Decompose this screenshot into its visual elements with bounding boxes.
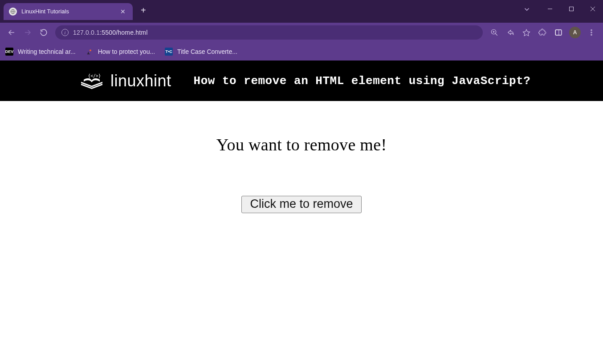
bookmarks-bar: DEV Writing technical ar... How to prote…	[0, 42, 603, 61]
address-bar: i 127.0.0.1:5500/home.html A	[0, 23, 603, 42]
heading-text: You want to remove me!	[0, 135, 603, 154]
share-icon[interactable]	[503, 25, 517, 40]
brand-name: linuxhint	[110, 72, 171, 90]
site-info-icon[interactable]: i	[61, 29, 69, 36]
svg-rect-14	[555, 30, 562, 35]
page-content: You want to remove me! Click me to remov…	[0, 101, 603, 213]
svg-text:{</>}: {</>}	[88, 73, 101, 78]
active-tab[interactable]: LinuxHint Tutorials ✕	[4, 3, 133, 20]
omnibox[interactable]: i 127.0.0.1:5500/home.html	[55, 25, 483, 40]
bookmark-label: Title Case Converte...	[177, 48, 237, 55]
svg-rect-4	[570, 7, 574, 11]
bookmark-star-icon[interactable]	[519, 25, 534, 40]
tab-search-icon[interactable]	[523, 5, 531, 15]
bookmark-item[interactable]: T•C Title Case Converte...	[165, 48, 237, 56]
bookmark-item[interactable]: DEV Writing technical ar...	[5, 48, 76, 56]
extensions-icon[interactable]	[535, 25, 550, 40]
svg-rect-15	[559, 30, 562, 35]
back-button[interactable]	[4, 25, 19, 40]
svg-line-10	[495, 33, 497, 36]
page-banner: {</>} linuxhint How to remove an HTML el…	[0, 61, 603, 101]
svg-point-17	[591, 32, 592, 33]
profile-avatar[interactable]: A	[569, 27, 581, 38]
window-controls	[523, 0, 603, 23]
forward-button[interactable]	[20, 25, 35, 40]
bookmark-label: Writing technical ar...	[18, 48, 76, 55]
close-window-button[interactable]	[583, 2, 603, 16]
book-icon: {</>}	[78, 70, 105, 92]
side-panel-icon[interactable]	[551, 25, 566, 40]
close-tab-button[interactable]: ✕	[118, 7, 127, 16]
globe-icon	[9, 8, 17, 16]
browser-title-bar: LinuxHint Tutorials ✕ +	[0, 0, 603, 23]
svg-point-18	[591, 34, 592, 35]
banner-title: How to remove an HTML element using Java…	[194, 74, 531, 88]
zoom-icon[interactable]	[487, 25, 501, 40]
maximize-button[interactable]	[561, 2, 582, 16]
site-logo: {</>} linuxhint	[78, 70, 171, 92]
tab-title: LinuxHint Tutorials	[21, 8, 114, 15]
url-host: 127.0.0.1	[73, 29, 100, 36]
new-tab-button[interactable]: +	[134, 6, 152, 15]
svg-point-21	[90, 49, 91, 51]
bookmark-label: How to protect you...	[98, 48, 155, 55]
dev-icon: DEV	[5, 48, 13, 56]
bookmark-item[interactable]: How to protect you...	[86, 48, 155, 56]
minimize-button[interactable]	[540, 2, 560, 16]
url-display: 127.0.0.1:5500/home.html	[73, 29, 147, 36]
remove-button[interactable]: Click me to remove	[241, 196, 361, 213]
tabs-row: LinuxHint Tutorials ✕ +	[0, 0, 523, 23]
svg-point-16	[591, 30, 592, 31]
svg-marker-13	[523, 29, 530, 36]
tc-icon: T•C	[165, 48, 173, 56]
pin-icon	[86, 48, 94, 56]
kebab-menu-icon[interactable]	[584, 25, 599, 40]
reload-button[interactable]	[37, 25, 51, 40]
url-path: :5500/home.html	[100, 29, 147, 36]
